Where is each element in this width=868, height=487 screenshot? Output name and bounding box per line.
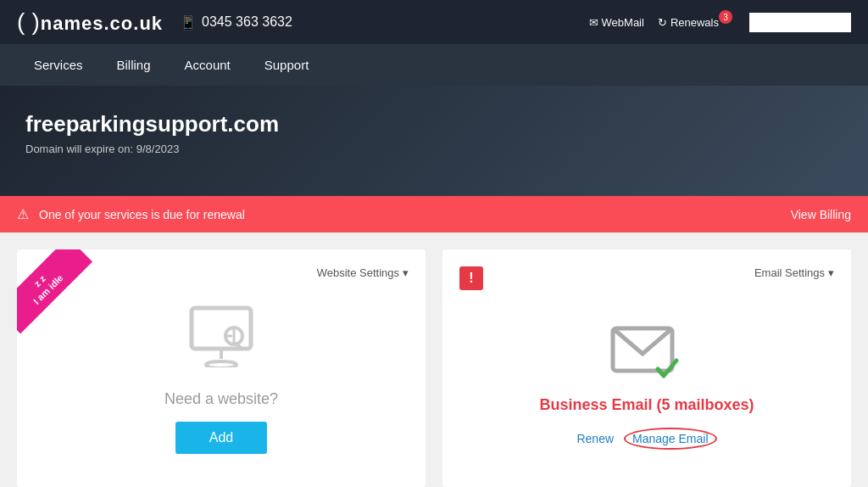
cards-area: z z I am idle Website Settings ▾ — [0, 232, 868, 487]
email-card-header: ! Email Settings ▾ — [459, 266, 834, 290]
card-links: Renew Manage Email — [576, 428, 716, 450]
view-billing-link[interactable]: View Billing — [791, 208, 851, 221]
renew-link[interactable]: Renew — [576, 432, 614, 445]
email-icon-wrap — [609, 320, 685, 383]
renewal-banner-left: ⚠ One of your services is due for renewa… — [17, 206, 245, 222]
website-settings-button[interactable]: Website Settings ▾ — [317, 266, 409, 279]
top-right-area: ✉ WebMail ↻ Renewals 3 — [589, 13, 851, 32]
idle-ribbon: z z I am idle — [17, 249, 102, 334]
domain-info: freeparkingsupport.com Domain will expir… — [25, 111, 843, 155]
svg-rect-0 — [192, 308, 251, 349]
svg-point-2 — [206, 361, 236, 367]
need-website-text: Need a website? — [164, 390, 278, 408]
nav-bar: Services Billing Account Support — [0, 44, 868, 86]
nav-item-billing[interactable]: Billing — [100, 44, 168, 86]
envelope-icon: ✉ — [589, 16, 598, 29]
top-bar: ( )names.co.uk 📱 0345 363 3632 ✉ WebMail… — [0, 0, 868, 44]
nav-item-account[interactable]: Account — [168, 44, 248, 86]
chevron-down-icon: ▾ — [828, 266, 834, 279]
logo-area: ( )names.co.uk 📱 0345 363 3632 — [17, 8, 292, 36]
renewal-message: One of your services is due for renewal — [39, 208, 245, 221]
email-settings-button[interactable]: Email Settings ▾ — [754, 266, 834, 279]
add-website-button[interactable]: Add — [175, 422, 267, 454]
phone-icon: 📱 — [180, 14, 197, 31]
alert-icon: ! — [459, 266, 483, 290]
idle-ribbon-inner: z z I am idle — [17, 249, 92, 333]
renewals-badge: 3 — [719, 10, 732, 24]
webmail-link[interactable]: ✉ WebMail — [589, 16, 644, 29]
nav-item-services[interactable]: Services — [17, 44, 100, 86]
business-email-title: Business Email (5 mailboxes) — [539, 396, 754, 414]
renewals-link[interactable]: ↻ Renewals 3 — [658, 15, 736, 29]
manage-email-link[interactable]: Manage Email — [624, 428, 717, 450]
email-card-body: Business Email (5 mailboxes) Renew Manag… — [459, 299, 834, 470]
search-input[interactable] — [749, 13, 851, 32]
refresh-icon: ↻ — [658, 16, 667, 29]
email-card: ! Email Settings ▾ Business Email (5 mai… — [442, 249, 851, 487]
domain-header: freeparkingsupport.com Domain will expir… — [0, 86, 868, 196]
phone-number: 📱 0345 363 3632 — [180, 14, 292, 31]
domain-expiry: Domain will expire on: 9/8/2023 — [25, 143, 843, 155]
site-logo[interactable]: ( )names.co.uk — [17, 8, 163, 36]
nav-item-support[interactable]: Support — [248, 44, 326, 86]
monitor-icon — [183, 304, 259, 377]
renewal-banner: ⚠ One of your services is due for renewa… — [0, 196, 868, 232]
warning-icon: ⚠ — [17, 206, 29, 222]
website-card: z z I am idle Website Settings ▾ — [17, 249, 426, 487]
chevron-down-icon: ▾ — [403, 266, 409, 279]
domain-name: freeparkingsupport.com — [25, 111, 843, 137]
